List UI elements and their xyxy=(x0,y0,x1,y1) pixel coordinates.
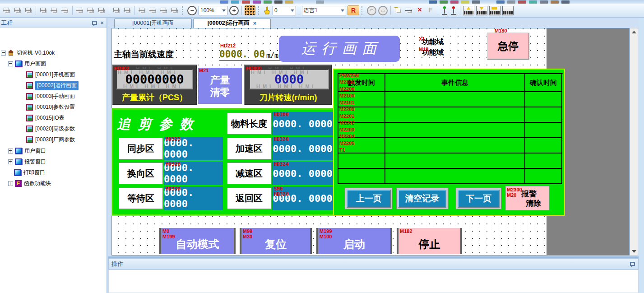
function-area-label-1[interactable]: X1 功能域 xyxy=(421,37,442,46)
tree-group-function-blocks[interactable]: F 函数功能块 xyxy=(8,178,51,188)
align-left-icon[interactable] xyxy=(2,5,12,15)
online-simulation-icon[interactable] xyxy=(441,6,448,15)
production-counter-display[interactable]: HD802 HMI HMI HMI HMI HMI HMI HMI HMI HM… xyxy=(112,65,197,105)
align-middle-icon[interactable] xyxy=(49,5,59,15)
tree-item-screen-00001[interactable]: [00001]开机画面 xyxy=(26,70,75,79)
r-icon: R xyxy=(351,7,356,14)
tree-group-alarm-windows[interactable]: 报警窗口 xyxy=(8,157,46,167)
expand-icon[interactable] xyxy=(8,181,13,186)
compile-download-icon[interactable] xyxy=(489,6,500,15)
hand-pointer-icon xyxy=(264,6,271,15)
collapse-icon[interactable] xyxy=(1,51,6,56)
close-panel-icon[interactable]: × xyxy=(100,20,104,26)
align-right-icon[interactable] xyxy=(23,5,33,15)
same-height-icon[interactable] xyxy=(111,5,121,15)
distribute-horizontal-icon[interactable] xyxy=(75,5,85,15)
collapse-icon[interactable] xyxy=(8,61,13,66)
language-select[interactable]: 语言1 xyxy=(302,6,346,15)
screen-title-banner[interactable]: 运 行 画 面 xyxy=(279,36,400,62)
tree-item-screen-00030[interactable]: [00030]厂商参数 xyxy=(26,135,75,144)
prev-page-button[interactable]: 上一页 xyxy=(345,188,393,209)
event-table-panel[interactable]: 触发时间 事件信息 确认时间 PSW256 M2106 M2206 M2100 … xyxy=(333,69,565,216)
project-tree-header: 工程 × xyxy=(0,18,107,28)
output-panel-body[interactable] xyxy=(108,270,639,293)
event-cell xyxy=(338,153,385,168)
function-block-icon[interactable]: F xyxy=(426,5,436,15)
align-top-icon[interactable] xyxy=(38,5,48,15)
bring-to-front-icon[interactable] xyxy=(148,5,158,15)
download-project-icon[interactable] xyxy=(476,6,487,15)
tree-item-screen-00020[interactable]: [00020]高级参数 xyxy=(26,124,75,134)
offline-simulation-icon[interactable] xyxy=(450,6,457,15)
spindle-speed-value[interactable]: 0000. 00 xyxy=(219,49,265,60)
clear-records-button[interactable]: 清空记录 xyxy=(396,188,448,209)
tab-label: [00002]运行画面 xyxy=(208,19,250,27)
screen-properties-icon[interactable] xyxy=(404,5,414,15)
distribute-vertical-icon[interactable] xyxy=(86,5,96,15)
tree-group-user-screens[interactable]: 用户画面 xyxy=(8,59,46,69)
right-edge-strip xyxy=(639,18,644,293)
field-value-box[interactable]: HD300 0000. 0000 xyxy=(272,112,333,135)
next-page-button[interactable]: 下一页 xyxy=(456,188,501,209)
hmi-editor-window: − 100% + 0 语言1 R ◠ ◡ × F xyxy=(0,0,644,293)
event-col-confirm-time: 确认时间 xyxy=(525,74,562,92)
auto-mode-button[interactable]: M0 M199 自动模式 xyxy=(159,228,236,254)
zoom-out-button[interactable]: − xyxy=(187,6,197,15)
rotate-state-icon[interactable]: ◠ xyxy=(367,6,376,15)
production-clear-button[interactable]: M21 产量 清零 xyxy=(198,68,242,104)
field-value-box[interactable]: HD320 0000. 0000 xyxy=(272,137,333,160)
group-objects-icon[interactable] xyxy=(170,5,180,15)
event-cell xyxy=(525,153,562,168)
align-bottom-icon[interactable] xyxy=(60,5,70,15)
tree-group-user-windows[interactable]: 用户窗口 xyxy=(8,146,46,156)
start-button[interactable]: M199 M100 启动 xyxy=(316,228,392,254)
tree-item-screen-00015[interactable]: [00015]IO表 xyxy=(26,113,65,123)
scroll-down-icon[interactable] xyxy=(632,250,636,253)
estop-button[interactable]: 急停 xyxy=(487,33,529,60)
function-area-label-2[interactable]: M18 功能域 xyxy=(421,47,442,56)
field-value-box[interactable]: SM0 HD328 0000. 0000 xyxy=(272,186,333,210)
blade-speed-display[interactable]: HD800 HMI HMI HMI HMI HMI HMI HMI HMI HM… xyxy=(244,65,332,105)
canvas-vertical-scrollbar[interactable] xyxy=(630,28,638,256)
tree-item-screen-00002-selected[interactable]: [00002]运行画面 xyxy=(26,80,79,90)
tab-close-icon[interactable]: × xyxy=(253,20,257,27)
expand-icon[interactable] xyxy=(8,149,13,153)
center-in-screen-icon[interactable] xyxy=(97,5,107,15)
upload-project-icon[interactable] xyxy=(463,6,474,15)
tree-item-screen-00003[interactable]: [00003]手动画面 xyxy=(26,91,75,101)
delete-screen-icon[interactable]: × xyxy=(415,5,425,15)
scroll-up-icon[interactable] xyxy=(632,31,636,33)
align-center-horizontal-icon[interactable] xyxy=(13,5,23,15)
r-register-button[interactable]: R xyxy=(347,5,359,15)
field-value-box[interactable]: HD324 0000. 0000 xyxy=(272,162,333,185)
tree-item-screen-00010[interactable]: [00010]参数设置 xyxy=(26,102,75,112)
pin-output-panel-icon[interactable] xyxy=(630,261,635,267)
object-id-select[interactable]: 0 xyxy=(273,6,296,15)
pin-panel-icon[interactable] xyxy=(92,20,97,26)
reset-button[interactable]: M99 M30 复位 xyxy=(240,228,312,254)
zoom-in-button[interactable]: + xyxy=(229,6,239,15)
zoom-level-select[interactable]: 100% xyxy=(199,6,227,15)
alarm-clear-button[interactable]: M2300 M20 报警 清除 xyxy=(505,186,549,210)
tree-group-print-windows[interactable]: 打印窗口 xyxy=(14,167,45,177)
spindle-speed-label[interactable]: 主轴当前线速度 xyxy=(114,49,174,60)
field-label: 减速区 xyxy=(227,163,271,184)
chase-params-panel[interactable]: 追 剪 参 数 物料长度 HD300 0000. 0000 同步区 HD322 … xyxy=(112,108,334,215)
field-value-box[interactable]: HD330 0000. 0000 xyxy=(164,186,223,210)
stop-button[interactable]: M182 停止 xyxy=(397,228,462,254)
screen-icon xyxy=(26,126,33,132)
field-value-box[interactable]: HD326 0000. 0000 xyxy=(164,162,223,185)
state-preview-icon[interactable]: ◡ xyxy=(378,6,388,15)
send-to-back-icon[interactable] xyxy=(159,5,169,15)
same-size-icon[interactable] xyxy=(137,5,147,15)
expand-icon[interactable] xyxy=(8,159,13,164)
screen-label: [00015]IO表 xyxy=(35,114,65,122)
grid-toggle-button[interactable] xyxy=(245,5,255,15)
tree-root-item[interactable]: 切管机-V0.10ok xyxy=(1,48,55,58)
field-value-box[interactable]: HD322 0000. 0000 xyxy=(164,137,223,160)
tab-screen-00002-active[interactable]: [00002]运行画面 × xyxy=(193,18,271,28)
hmi-system-settings-icon[interactable] xyxy=(502,6,514,15)
new-screen-icon[interactable] xyxy=(393,5,403,15)
same-width-icon[interactable] xyxy=(122,5,132,15)
tab-screen-00001[interactable]: [00001]开机画面 xyxy=(114,18,192,28)
